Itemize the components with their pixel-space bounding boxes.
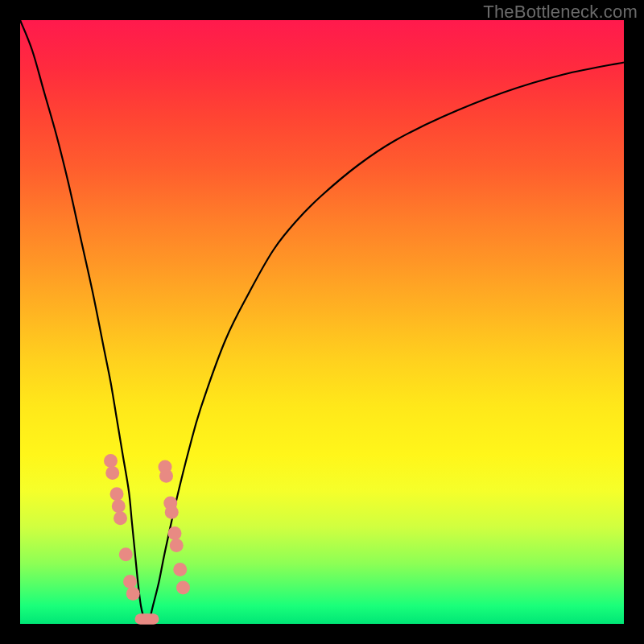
plot-area: [20, 20, 624, 624]
data-marker: [123, 575, 137, 588]
curve-right-branch: [147, 63, 625, 625]
data-marker: [168, 526, 182, 540]
data-marker: [112, 499, 126, 513]
data-marker: [104, 454, 118, 468]
data-marker: [165, 506, 179, 519]
data-marker: [114, 511, 127, 525]
markers-left-cluster: [104, 454, 140, 601]
curve-left-branch: [20, 20, 147, 624]
curve-svg: [20, 20, 624, 624]
data-marker: [173, 563, 187, 576]
data-marker: [176, 581, 190, 595]
watermark-text: TheBottleneck.com: [483, 2, 638, 23]
data-marker: [159, 469, 173, 483]
vertex-marker: [135, 613, 159, 625]
data-marker: [105, 466, 119, 480]
data-marker: [119, 547, 133, 561]
markers-right-cluster: [159, 460, 191, 595]
data-marker: [170, 539, 184, 552]
chart-frame: TheBottleneck.com: [0, 0, 644, 644]
data-marker: [126, 587, 140, 601]
data-marker: [110, 487, 124, 501]
